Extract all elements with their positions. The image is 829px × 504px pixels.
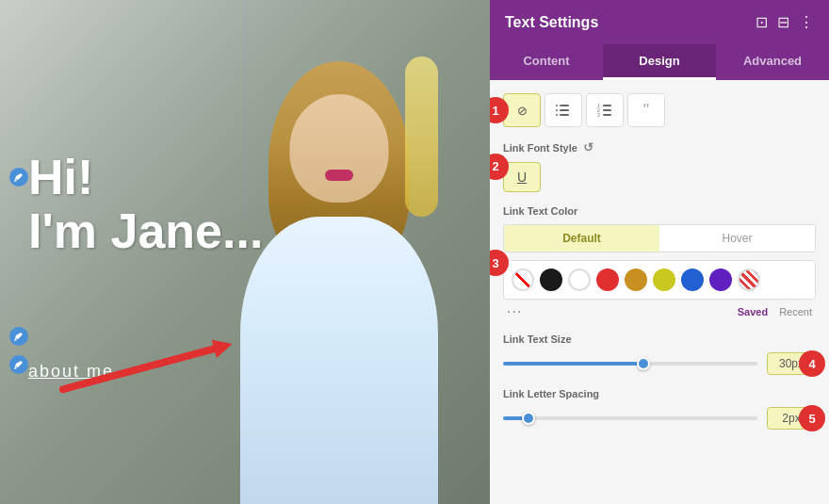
person-illustration [207, 33, 471, 504]
greeting-text: Hi! [28, 151, 263, 204]
columns-icon[interactable]: ⊟ [777, 13, 789, 31]
svg-rect-8 [603, 114, 611, 116]
no-link-button[interactable]: ⊘ [503, 93, 541, 127]
edit-icon-3[interactable] [9, 355, 28, 374]
tab-content[interactable]: Content [490, 44, 603, 80]
color-tab-default[interactable]: Default [504, 225, 659, 252]
saved-recent-links: Saved Recent [738, 306, 812, 317]
svg-rect-4 [556, 109, 558, 111]
svg-rect-3 [556, 105, 558, 106]
panel-header: Text Settings ⊡ ⊟ ⋮ [490, 0, 829, 44]
text-size-track[interactable] [503, 362, 757, 366]
link-font-style-label: Link Font Style ↺ [503, 140, 816, 154]
reset-font-style-icon[interactable]: ↺ [583, 140, 593, 154]
tab-bar: Content Design Advanced [490, 44, 829, 80]
svg-rect-2 [560, 114, 569, 116]
header-icons: ⊡ ⊟ ⋮ [756, 13, 814, 31]
format-toolbar: ⊘ 1 [503, 93, 816, 127]
edit-icon-1[interactable] [9, 168, 28, 187]
tab-advanced[interactable]: Advanced [716, 44, 829, 80]
text-size-fill [503, 362, 643, 366]
color-swatches [503, 260, 816, 300]
swatch-blue[interactable] [681, 268, 704, 291]
annotation-4: 4 [799, 350, 825, 377]
expand-icon[interactable]: ⊡ [756, 13, 768, 31]
link-font-style-section: 2 Link Font Style ↺ U [503, 140, 816, 192]
letter-spacing-slider-row: 2px [503, 407, 816, 430]
panel-content: 1 ⊘ [490, 80, 829, 504]
annotation-5: 5 [799, 405, 825, 431]
panel-title: Text Settings [505, 14, 598, 31]
swatches-footer: ··· Saved Recent [503, 303, 816, 320]
svg-rect-6 [603, 105, 611, 106]
swatch-gold[interactable] [625, 268, 647, 291]
more-icon[interactable]: ⋮ [799, 13, 814, 31]
svg-rect-7 [603, 109, 611, 111]
more-swatches-button[interactable]: ··· [507, 303, 522, 320]
link-text-size-section: 4 Link Text Size 30px [503, 333, 816, 375]
underline-button[interactable]: U [503, 162, 541, 192]
format-section: 1 ⊘ [503, 93, 816, 127]
quote-button[interactable]: " [627, 93, 665, 127]
preview-panel: Hi! I'm Jane... about me [0, 0, 490, 504]
recent-link[interactable]: Recent [779, 306, 812, 317]
name-text: I'm Jane... [28, 204, 263, 258]
tab-design[interactable]: Design [603, 44, 716, 80]
swatch-purple[interactable] [709, 268, 732, 291]
link-letter-spacing-label: Link Letter Spacing [503, 388, 816, 399]
svg-rect-1 [560, 109, 569, 111]
swatch-custom[interactable] [738, 268, 760, 291]
link-letter-spacing-section: 5 Link Letter Spacing 2px [503, 388, 816, 430]
numbered-list-button[interactable]: 1 2 3 [586, 93, 624, 127]
letter-spacing-track[interactable] [503, 416, 757, 420]
settings-panel: Text Settings ⊡ ⊟ ⋮ Content Design Advan… [490, 0, 829, 504]
bullet-list-button[interactable] [545, 93, 582, 127]
svg-text:3: 3 [597, 112, 600, 117]
swatch-red[interactable] [596, 268, 619, 291]
swatch-white[interactable] [568, 268, 591, 291]
swatch-yellow[interactable] [653, 268, 675, 291]
preview-text-block: Hi! I'm Jane... [28, 151, 263, 258]
swatch-transparent[interactable] [512, 268, 534, 291]
svg-rect-5 [556, 114, 558, 116]
letter-spacing-thumb[interactable] [522, 412, 535, 425]
edit-icon-2[interactable] [9, 327, 28, 346]
font-style-buttons: U [503, 162, 816, 192]
link-text-size-label: Link Text Size [503, 333, 816, 345]
text-size-thumb[interactable] [637, 357, 650, 370]
link-text-color-label: Link Text Color [503, 205, 816, 217]
link-text-color-section: 3 Link Text Color Default Hover ··· [503, 205, 816, 320]
swatch-black[interactable] [540, 268, 562, 291]
color-tab-hover[interactable]: Hover [659, 225, 815, 252]
saved-link[interactable]: Saved [738, 306, 768, 317]
color-mode-tabs: Default Hover [503, 224, 816, 252]
text-size-slider-row: 30px [503, 352, 816, 375]
svg-rect-0 [560, 105, 569, 106]
